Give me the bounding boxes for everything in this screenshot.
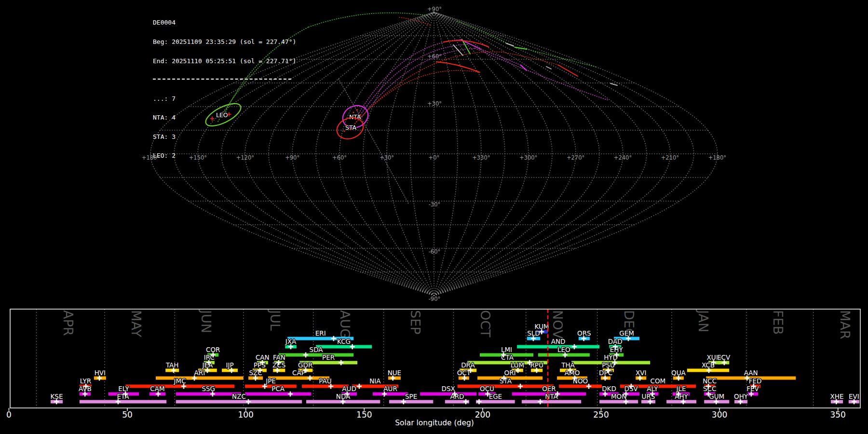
month-label-JUL: JUL: [268, 309, 283, 331]
x-tick-label: 150: [356, 410, 372, 420]
shower-label-NUE: NUE: [388, 369, 402, 377]
radiant-drift-track: [339, 79, 409, 204]
map-longitude-label: +180°: [708, 154, 726, 161]
shower-bar-KCG: [316, 345, 372, 349]
month-label-AUG: AUG: [338, 310, 353, 339]
shower-label-NIA: NIA: [369, 377, 381, 385]
shower-bar-NTA: [522, 400, 581, 404]
map-longitude-label: +240°: [614, 154, 632, 161]
shower-bar-PCA: [245, 393, 311, 396]
shower-label-NZC: NZC: [232, 393, 246, 400]
map-latitude-label: +30°: [427, 100, 442, 107]
shower-label-FED: FED: [749, 377, 762, 385]
radiant-scatter-dot: [353, 111, 354, 113]
shower-label-CAM: CAM: [150, 385, 164, 393]
month-label-APR: APR: [61, 310, 76, 336]
meteor-trail: [444, 41, 488, 47]
station-id: DE0004: [153, 19, 296, 26]
count-nta: NTA: 4: [153, 114, 296, 121]
map-latitude-label: +60°: [427, 53, 442, 60]
x-tick-label: 350: [830, 410, 845, 420]
radiant-drift-track: [361, 48, 475, 119]
shower-label-SSG: SSG: [202, 385, 215, 393]
radiant-drift-track: [353, 70, 480, 125]
x-tick-label: 300: [712, 410, 727, 420]
shower-label-JXA: JXA: [285, 338, 297, 345]
shower-peak-marker-CAP: [308, 376, 312, 380]
shower-label-LMI: LMI: [501, 346, 512, 353]
shower-label-OHY: OHY: [734, 393, 748, 400]
map-latitude-label: -30°: [429, 201, 441, 208]
shower-bar-JPE: [245, 385, 297, 388]
map-longitude-label: +0°: [429, 154, 440, 161]
map-longitude-label: +270°: [567, 154, 584, 161]
shower-label-ERI: ERI: [315, 329, 326, 337]
shower-peak-marker-NZC: [246, 399, 251, 404]
count-sporadic: ...: 7: [153, 95, 296, 102]
meteor-trail: [558, 65, 578, 76]
shower-ellipse-label-STA: STA: [345, 124, 357, 131]
shower-label-DSX: DSX: [442, 385, 455, 393]
shower-bar-NOO: [559, 385, 602, 388]
shower-label-EVI: EVI: [849, 393, 859, 400]
shower-label-FAN: FAN: [273, 353, 285, 361]
shower-bar-ETA: [80, 400, 166, 404]
shower-bar-MON: [599, 400, 638, 404]
shower-label-KSE: KSE: [51, 393, 63, 400]
shower-label-ARI: ARI: [194, 369, 205, 377]
x-tick-label: 100: [238, 410, 253, 420]
shower-bar-EGE: [476, 400, 515, 404]
month-label-JAN: JAN: [696, 309, 711, 332]
shower-label-TAH: TAH: [165, 361, 179, 369]
shower-label-THA: THA: [561, 361, 575, 369]
shower-label-SLD: SLD: [527, 329, 540, 337]
meteor-trail: [521, 65, 527, 70]
shower-label-ELY: ELY: [118, 385, 129, 393]
shower-label-AND: AND: [551, 338, 566, 345]
shower-label-SPE: SPE: [405, 393, 417, 400]
month-label-MAR: MAR: [838, 310, 853, 339]
x-tick-label: 0: [6, 410, 12, 420]
shower-label-ALY: ALY: [647, 385, 658, 393]
shower-bar-SSG: [176, 393, 241, 396]
shower-peak-marker-ERI: [331, 336, 336, 341]
shower-label-LEO: LEO: [557, 346, 570, 353]
shower-peak-marker-AND: [572, 344, 577, 349]
shower-label-XVI: XVI: [636, 369, 646, 377]
month-label-SEP: SEP: [408, 310, 423, 334]
map-longitude-label: +330°: [472, 154, 490, 161]
separator-line: [153, 79, 291, 80]
map-longitude-label: +210°: [661, 154, 679, 161]
shower-label-PER: PER: [322, 353, 335, 361]
shower-bar-JMC: [125, 385, 234, 388]
count-sta: STA: 3: [153, 134, 296, 140]
map-longitude-label: +60°: [332, 154, 347, 161]
radiant-scatter-dot: [345, 124, 347, 126]
shower-peak-marker-STA: [518, 384, 523, 389]
shower-label-CAN: CAN: [256, 353, 270, 361]
shower-label-GDR: GDR: [298, 361, 312, 369]
radiant-scatter-dot: [343, 130, 345, 132]
shower-label-ORS: ORS: [577, 329, 591, 337]
shower-label-KCG: KCG: [337, 338, 351, 345]
month-label-OCT: OCT: [478, 310, 493, 338]
shower-label-NCC: NCC: [703, 377, 717, 385]
shower-label-JPE: JPE: [265, 377, 276, 385]
x-tick-label: 200: [475, 410, 490, 420]
map-longitude-label: +30°: [380, 154, 394, 161]
meteor-trail: [453, 45, 463, 55]
shower-label-RPU: RPU: [530, 361, 543, 369]
map-latitude-label: +90°: [427, 6, 442, 13]
radiant-scatter-dot: [349, 128, 351, 130]
shower-label-AUD: AUD: [342, 385, 356, 393]
shower-label-XHE: XHE: [830, 393, 844, 400]
shower-bar-ARI: [156, 377, 244, 380]
meteor-trail: [546, 67, 551, 69]
meteor-station-report: +180°+150°+120°+90°+60°+30°+0°+330°+300°…: [0, 0, 868, 434]
shower-bar-AUR: [373, 393, 408, 396]
shower-label-SDA: SDA: [310, 346, 324, 353]
shower-peak-marker-NIA: [357, 384, 362, 389]
shower-label-DAD: DAD: [608, 338, 623, 345]
meteor-trail: [506, 43, 514, 46]
radiant-drift-track: [481, 49, 521, 65]
